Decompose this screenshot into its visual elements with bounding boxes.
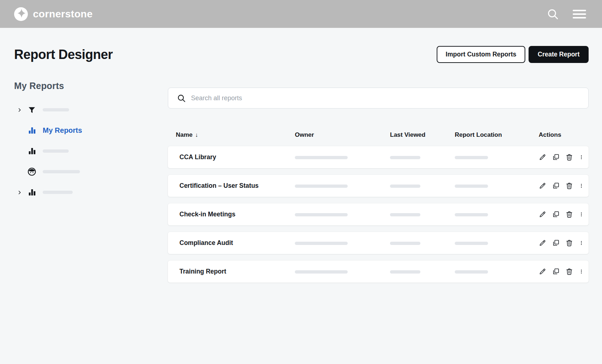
- edit-report-button[interactable]: [539, 211, 546, 218]
- copy-icon: [552, 268, 560, 275]
- report-folder-tree: My Reports: [14, 100, 168, 203]
- duplicate-report-button[interactable]: [552, 153, 560, 161]
- report-location-placeholder-bar: [455, 270, 488, 274]
- trash-icon: [565, 268, 573, 275]
- report-location-placeholder-bar: [455, 213, 488, 216]
- sidebar-item-my-reports[interactable]: My Reports: [14, 120, 168, 141]
- row-actions: [539, 239, 589, 247]
- owner-placeholder-bar: [295, 270, 348, 274]
- copy-icon: [552, 211, 560, 218]
- duplicate-report-button[interactable]: [552, 182, 560, 190]
- last-viewed-placeholder-bar: [390, 270, 420, 274]
- owner-placeholder-bar: [295, 213, 348, 216]
- bar-chart-icon: [27, 126, 37, 135]
- pencil-icon: [539, 268, 546, 275]
- report-row[interactable]: Compliance Audit: [168, 232, 589, 254]
- report-name: Compliance Audit: [168, 239, 295, 247]
- more-actions-button[interactable]: [579, 268, 584, 275]
- column-header-last-viewed: Last Viewed: [390, 131, 455, 139]
- bar-chart-icon: [27, 147, 37, 156]
- placeholder-text-bar: [43, 191, 73, 194]
- search-input[interactable]: [191, 94, 580, 102]
- kebab-menu-icon: [579, 182, 584, 190]
- last-viewed-placeholder-bar: [390, 185, 420, 188]
- sort-descending-icon: ↓: [195, 132, 198, 138]
- filter-icon: [27, 106, 37, 114]
- search-icon: [547, 8, 559, 20]
- row-actions: [539, 268, 589, 275]
- sidebar-item-people[interactable]: [14, 161, 168, 182]
- report-name: CCA Library: [168, 153, 295, 161]
- column-header-report-location: Report Location: [455, 131, 539, 139]
- import-custom-reports-button[interactable]: Import Custom Reports: [437, 46, 525, 63]
- edit-report-button[interactable]: [539, 268, 546, 275]
- duplicate-report-button[interactable]: [552, 268, 560, 275]
- last-viewed-placeholder-bar: [390, 213, 420, 216]
- pencil-icon: [539, 153, 546, 161]
- row-actions: [539, 211, 589, 218]
- kebab-menu-icon: [579, 268, 584, 275]
- trash-icon: [565, 153, 573, 161]
- kebab-menu-icon: [579, 153, 584, 161]
- sidebar-item-filters[interactable]: [14, 100, 168, 120]
- report-row[interactable]: Training Report: [168, 261, 589, 283]
- report-list: CCA Library: [168, 146, 589, 283]
- page-title: Report Designer: [14, 47, 113, 62]
- chevron-right-icon[interactable]: [17, 107, 22, 113]
- hamburger-menu-icon: [573, 10, 586, 11]
- report-location-placeholder-bar: [455, 156, 488, 159]
- brand-link[interactable]: cornerstone: [14, 7, 93, 21]
- more-actions-button[interactable]: [579, 153, 584, 161]
- more-actions-button[interactable]: [579, 239, 584, 247]
- more-actions-button[interactable]: [579, 182, 584, 190]
- edit-report-button[interactable]: [539, 239, 546, 247]
- duplicate-report-button[interactable]: [552, 239, 560, 247]
- table-header: Name ↓ Owner Last Viewed Report Location…: [168, 131, 589, 139]
- copy-icon: [552, 182, 560, 190]
- page-header: Report Designer Import Custom Reports Cr…: [14, 46, 589, 63]
- column-header-name[interactable]: Name ↓: [168, 131, 295, 139]
- delete-report-button[interactable]: [565, 239, 573, 247]
- delete-report-button[interactable]: [565, 182, 573, 190]
- brand-name: cornerstone: [33, 8, 93, 20]
- placeholder-text-bar: [43, 149, 69, 153]
- report-designer-page: cornerstone Report Designer Import Custo…: [0, 0, 602, 364]
- report-row[interactable]: Check-in Meetings: [168, 203, 589, 225]
- sidebar-item-group[interactable]: [14, 182, 168, 203]
- row-actions: [539, 182, 589, 190]
- last-viewed-placeholder-bar: [390, 242, 420, 245]
- placeholder-text-bar: [43, 170, 80, 173]
- menu-button[interactable]: [573, 10, 586, 18]
- report-row[interactable]: CCA Library: [168, 146, 589, 168]
- sidebar-item-report[interactable]: [14, 141, 168, 161]
- report-row[interactable]: Certification – User Status: [168, 175, 589, 197]
- edit-report-button[interactable]: [539, 153, 546, 161]
- delete-report-button[interactable]: [565, 153, 573, 161]
- global-search-button[interactable]: [547, 8, 559, 20]
- kebab-menu-icon: [579, 211, 584, 218]
- column-header-actions: Actions: [539, 131, 589, 139]
- delete-report-button[interactable]: [565, 268, 573, 275]
- last-viewed-placeholder-bar: [390, 156, 420, 159]
- pencil-icon: [539, 239, 546, 247]
- chevron-right-icon[interactable]: [17, 190, 22, 195]
- cornerstone-logo-icon: [14, 7, 28, 21]
- report-name: Certification – User Status: [168, 182, 295, 190]
- delete-report-button[interactable]: [565, 211, 573, 218]
- report-location-placeholder-bar: [455, 242, 488, 245]
- create-report-button[interactable]: Create Report: [529, 46, 589, 63]
- more-actions-button[interactable]: [579, 211, 584, 218]
- search-icon: [177, 94, 186, 103]
- topbar-actions: [547, 8, 586, 20]
- placeholder-text-bar: [43, 108, 69, 111]
- header-actions: Import Custom Reports Create Report: [437, 46, 589, 63]
- owner-placeholder-bar: [295, 156, 348, 159]
- pencil-icon: [539, 182, 546, 190]
- row-actions: [539, 153, 589, 161]
- copy-icon: [552, 153, 560, 161]
- column-header-owner: Owner: [295, 131, 390, 139]
- trash-icon: [565, 182, 573, 190]
- duplicate-report-button[interactable]: [552, 211, 560, 218]
- edit-report-button[interactable]: [539, 182, 546, 190]
- sidebar-item-label: My Reports: [43, 126, 82, 135]
